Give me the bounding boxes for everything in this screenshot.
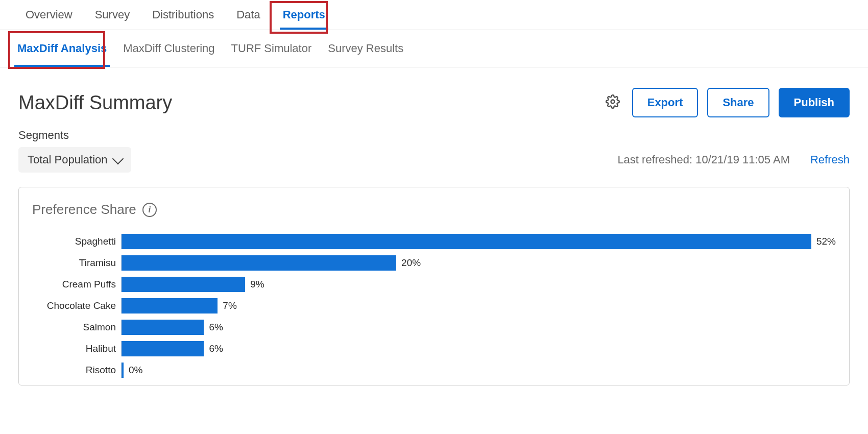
tab-label: Distributions [152,8,214,21]
bar [122,298,218,314]
bar [122,363,124,378]
bar-track: 7% [121,298,836,314]
segments-label: Segments [18,129,850,142]
subtab-label: TURF Simulator [231,42,312,55]
header-actions: Export Share Publish [602,88,850,117]
bar-value-label: 9% [250,279,264,290]
subtab-turf-simulator[interactable]: TURF Simulator [223,30,320,67]
tab-survey[interactable]: Survey [84,0,141,30]
bar-track: 6% [121,320,836,335]
bar-value-label: 52% [816,236,836,247]
chevron-down-icon [112,153,124,165]
bar [122,255,396,271]
tab-label: Reports [283,8,325,21]
bar [122,234,811,249]
button-label: Publish [794,96,834,109]
bar-value-label: 6% [209,322,223,333]
bar-row: Risotto0% [32,359,836,381]
tab-reports[interactable]: Reports [272,0,336,30]
bar-category-label: Cream Puffs [32,279,121,290]
bar-category-label: Risotto [32,365,121,376]
bar-row: Tiramisu20% [32,252,836,274]
bar-category-label: Salmon [32,322,121,333]
bar [122,277,245,292]
page-title: MaxDiff Summary [18,92,172,114]
tab-label: Overview [26,8,73,21]
sub-tabs: MaxDiff Analysis MaxDiff Clustering TURF… [0,30,868,67]
segments-section: Segments Total Population Last refreshed… [0,117,868,173]
button-label: Share [722,96,754,109]
publish-button[interactable]: Publish [779,88,850,117]
subtab-maxdiff-clustering[interactable]: MaxDiff Clustering [115,30,223,67]
bar-value-label: 7% [223,300,236,311]
tab-distributions[interactable]: Distributions [141,0,225,30]
bar-row: Spaghetti52% [32,231,836,252]
tab-overview[interactable]: Overview [14,0,84,30]
bar-row: Chocolate Cake7% [32,295,836,317]
page-header: MaxDiff Summary Export Share Publish [0,67,868,117]
bar-row: Cream Puffs9% [32,274,836,295]
bar-category-label: Halibut [32,343,121,354]
subtab-survey-results[interactable]: Survey Results [320,30,412,67]
segments-selected-label: Total Population [28,153,108,166]
bar-track: 20% [121,255,836,271]
bar-value-label: 0% [129,365,142,376]
last-refreshed-text: Last refreshed: 10/21/19 11:05 AM [617,153,790,166]
gear-icon [606,94,620,111]
bar-track: 6% [121,341,836,356]
info-icon[interactable] [142,203,157,217]
bar-row: Salmon6% [32,317,836,338]
tab-data[interactable]: Data [225,0,271,30]
bar-value-label: 6% [209,343,223,354]
top-tabs: Overview Survey Distributions Data Repor… [0,0,868,30]
segments-selector[interactable]: Total Population [18,147,131,173]
chart-title: Preference Share [32,202,136,218]
subtab-maxdiff-analysis[interactable]: MaxDiff Analysis [9,30,115,67]
bar [122,320,204,335]
last-refreshed-prefix: Last refreshed: [617,153,692,166]
subtab-label: Survey Results [328,42,403,55]
bar-track: 0% [121,363,836,378]
tab-label: Data [236,8,260,21]
bar-value-label: 20% [401,257,421,269]
preference-share-card: Preference Share Spaghetti52%Tiramisu20%… [18,187,850,385]
share-button[interactable]: Share [707,88,769,117]
svg-point-0 [611,100,614,104]
bar-category-label: Chocolate Cake [32,300,121,311]
bar-track: 52% [121,234,836,249]
refresh-label: Refresh [810,153,850,166]
bar-track: 9% [121,277,836,292]
tab-label: Survey [95,8,130,21]
bar [122,341,204,356]
button-label: Export [647,96,683,109]
preference-share-chart: Spaghetti52%Tiramisu20%Cream Puffs9%Choc… [32,227,836,381]
subtab-label: MaxDiff Analysis [17,42,107,55]
export-button[interactable]: Export [632,88,698,117]
refresh-link[interactable]: Refresh [810,153,850,166]
bar-category-label: Tiramisu [32,257,121,269]
refresh-area: Last refreshed: 10/21/19 11:05 AM Refres… [617,153,850,166]
bar-row: Halibut6% [32,338,836,359]
bar-category-label: Spaghetti [32,236,121,247]
subtab-label: MaxDiff Clustering [123,42,214,55]
last-refreshed-value: 10/21/19 11:05 AM [695,153,790,166]
settings-button[interactable] [602,92,623,113]
